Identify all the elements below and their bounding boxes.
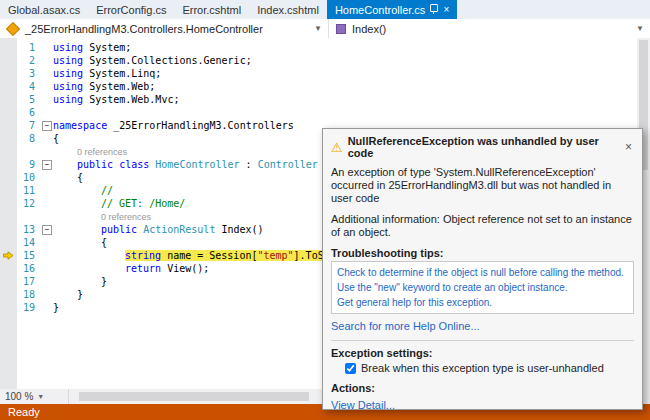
fold-margin <box>41 262 53 275</box>
fold-margin <box>41 301 53 314</box>
code-tokens: using System.Linq; <box>53 68 161 79</box>
breakpoint-margin-cell[interactable] <box>0 54 17 67</box>
line-number: 2 <box>17 54 41 67</box>
line-number: 6 <box>17 106 41 119</box>
breakpoint-margin-cell[interactable] <box>0 210 17 223</box>
troubleshooting-tip-link[interactable]: Use the "new" keyword to create an objec… <box>337 280 628 295</box>
fold-margin <box>41 132 53 145</box>
exception-settings-label: Exception settings: <box>331 347 634 359</box>
fold-margin <box>41 197 53 210</box>
exception-dialog-header: ⚠ NullReferenceException was unhandled b… <box>331 135 634 159</box>
breakpoint-margin-cell[interactable] <box>0 132 17 145</box>
member-dropdown-label: Index() <box>352 23 386 35</box>
code-tokens: 0 references <box>101 211 151 222</box>
breakpoint-margin-cell[interactable] <box>0 275 17 288</box>
fold-margin <box>41 93 53 106</box>
breakpoint-margin-cell[interactable] <box>0 288 17 301</box>
fold-margin <box>41 41 53 54</box>
breakpoint-margin-cell[interactable] <box>0 145 17 158</box>
code-line: 5using System.Web.Mvc; <box>0 93 637 106</box>
line-number: 7 <box>17 119 41 132</box>
close-icon[interactable]: × <box>443 5 449 15</box>
chevron-down-icon: ▼ <box>636 24 644 33</box>
breakpoint-margin-cell[interactable] <box>0 301 17 314</box>
member-dropdown[interactable]: Index() ▼ <box>329 19 650 38</box>
action-link[interactable]: View Detail... <box>331 398 634 410</box>
line-number <box>17 145 41 158</box>
line-number: 8 <box>17 132 41 145</box>
fold-margin <box>41 145 53 158</box>
code-line-text[interactable]: using System.Collections.Generic; <box>53 54 637 67</box>
fold-margin: − <box>41 223 53 236</box>
line-number: 4 <box>17 80 41 93</box>
fold-margin <box>41 106 53 119</box>
breakpoint-margin-cell[interactable] <box>0 197 17 210</box>
tab-Global.asax.cs[interactable]: Global.asax.cs <box>0 0 88 19</box>
code-tokens: } <box>53 302 59 313</box>
current-statement-arrow[interactable] <box>0 249 17 262</box>
code-tokens: 0 references <box>77 146 127 157</box>
breakpoint-margin-cell[interactable] <box>0 67 17 80</box>
fold-toggle-icon[interactable]: − <box>42 160 52 170</box>
fold-margin: − <box>41 158 53 171</box>
breakpoint-margin-cell[interactable] <box>0 236 17 249</box>
close-icon[interactable]: × <box>623 141 634 153</box>
code-tokens: using System; <box>53 42 131 53</box>
code-line: 6 <box>0 106 637 119</box>
tab-Index.cshtml[interactable]: Index.cshtml <box>249 0 327 19</box>
breakpoint-margin-cell[interactable] <box>0 106 17 119</box>
fold-margin <box>41 288 53 301</box>
code-line-text[interactable]: using System.Web.Mvc; <box>53 93 637 106</box>
fold-margin <box>41 171 53 184</box>
tab-HomeController.cs[interactable]: HomeController.cs× <box>327 0 457 19</box>
line-number: 18 <box>17 288 41 301</box>
code-line-text[interactable] <box>53 106 637 119</box>
line-number: 15 <box>17 249 41 262</box>
code-tokens: { <box>101 237 107 248</box>
visual-studio-window: Global.asax.csErrorConfig.csError.cshtml… <box>0 0 650 420</box>
code-line-text[interactable]: using System.Linq; <box>53 67 637 80</box>
line-number: 12 <box>17 197 41 210</box>
horizontal-scrollbar-thumb[interactable] <box>79 392 309 401</box>
fold-margin <box>41 54 53 67</box>
troubleshooting-tip-link[interactable]: Get general help for this exception. <box>337 295 628 310</box>
break-when-unhandled-checkbox[interactable] <box>345 363 356 374</box>
status-text: Ready <box>8 406 40 418</box>
code-line-text[interactable]: using System.Web; <box>53 80 637 93</box>
search-help-online-link[interactable]: Search for more Help Online... <box>331 319 634 333</box>
line-number: 11 <box>17 184 41 197</box>
tab-ErrorConfig.cs[interactable]: ErrorConfig.cs <box>88 0 174 19</box>
type-dropdown[interactable]: _25ErrorHandlingM3.Controllers.HomeContr… <box>0 19 329 38</box>
breakpoint-margin-cell[interactable] <box>0 93 17 106</box>
code-line-text[interactable]: using System; <box>53 41 637 54</box>
tab-label: HomeController.cs <box>335 4 425 16</box>
fold-toggle-icon[interactable]: − <box>42 225 52 235</box>
breakpoint-margin-cell[interactable] <box>0 223 17 236</box>
pin-icon[interactable] <box>430 4 438 12</box>
breakpoint-margin-cell[interactable] <box>0 119 17 132</box>
breakpoint-margin-cell[interactable] <box>0 171 17 184</box>
tab-label: ErrorConfig.cs <box>96 4 166 16</box>
code-tokens: public class HomeController : Controller <box>77 159 318 170</box>
code-tokens: } <box>77 289 83 300</box>
troubleshooting-tip-link[interactable]: Check to determine if the object is null… <box>337 265 628 280</box>
tab-Error.cshtml[interactable]: Error.cshtml <box>174 0 249 19</box>
line-number: 14 <box>17 236 41 249</box>
fold-margin <box>41 67 53 80</box>
breakpoint-margin-cell[interactable] <box>0 41 17 54</box>
breakpoint-margin-cell[interactable] <box>0 80 17 93</box>
exception-additional-info: Additional information: Object reference… <box>331 213 634 239</box>
breakpoint-margin-cell[interactable] <box>0 184 17 197</box>
line-number: 13 <box>17 223 41 236</box>
code-tokens: { <box>77 172 83 183</box>
tab-bar: Global.asax.csErrorConfig.csError.cshtml… <box>0 0 650 19</box>
fold-margin <box>41 236 53 249</box>
fold-margin <box>41 210 53 223</box>
breakpoint-margin-cell[interactable] <box>0 158 17 171</box>
warning-icon: ⚠ <box>331 141 343 154</box>
tab-label: Error.cshtml <box>182 4 241 16</box>
zoom-control[interactable]: 100 % ▼ <box>0 389 69 404</box>
breakpoint-margin-cell[interactable] <box>0 262 17 275</box>
fold-toggle-icon[interactable]: − <box>42 121 52 131</box>
break-checkbox-label: Break when this exception type is user-u… <box>361 362 604 374</box>
